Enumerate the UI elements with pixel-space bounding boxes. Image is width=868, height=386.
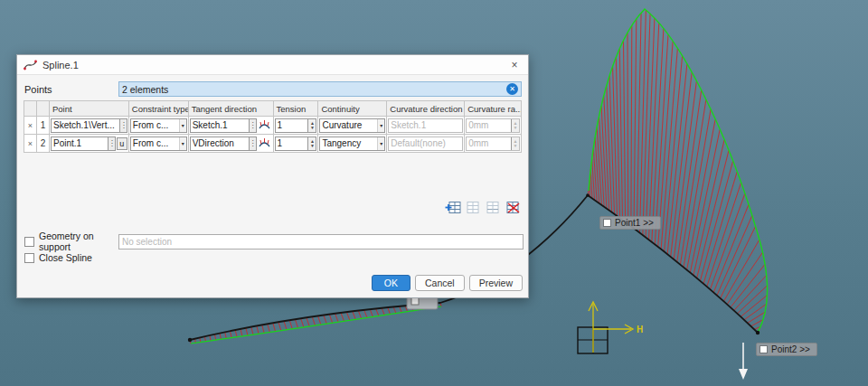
direction-arrow[interactable]: [739, 343, 748, 380]
tension-spinner[interactable]: ▲▼: [307, 119, 316, 132]
dialog-title: Spline.1: [42, 60, 79, 71]
chevron-down-icon[interactable]: ▾: [179, 137, 186, 150]
header-continuity: Continuity: [318, 101, 387, 117]
point1-marker[interactable]: [603, 219, 611, 227]
h-axis-label: H: [637, 325, 643, 334]
reverse-tangent-icon[interactable]: [257, 118, 272, 133]
remove-row-button[interactable]: ×: [25, 121, 35, 130]
points-selection-field[interactable]: 2 elements ✕: [118, 81, 522, 97]
tangent-direction-field[interactable]: Sketch.1 ⋮: [190, 118, 257, 133]
point2-label[interactable]: Point2 >>: [756, 343, 817, 356]
point-field[interactable]: Point.1 ⋮: [51, 137, 116, 151]
insert-point-icon[interactable]: [465, 200, 481, 214]
table-row: × 2 Point.1 ⋮ u From c... ▾: [24, 135, 522, 153]
header-num: [37, 101, 50, 117]
chevron-down-icon[interactable]: ▾: [179, 119, 186, 132]
close-icon[interactable]: ×: [507, 59, 522, 71]
point2-text: Point2 >>: [771, 344, 810, 354]
geometry-on-support-checkbox[interactable]: [24, 237, 34, 247]
spline-icon: [24, 60, 37, 71]
curvature-comb-bottom: [190, 303, 441, 344]
spline-dialog: Spline.1 × Points 2 elements ✕ Point Con…: [16, 54, 529, 298]
axis-indicator: H: [578, 302, 643, 353]
header-curvature-radius: Curvature ra...: [465, 101, 522, 117]
ok-button[interactable]: OK: [372, 275, 410, 291]
curvature-envelope-bottom: [191, 306, 441, 344]
app-root: H Point1 >> Point2 >> Spline.1 × Po: [0, 0, 868, 386]
tangent-direction-field[interactable]: VDirection ⋮: [190, 137, 257, 151]
close-spline-checkbox[interactable]: [24, 253, 34, 263]
point1-dot[interactable]: [586, 193, 590, 197]
clear-selection-icon[interactable]: ✕: [506, 83, 518, 95]
table-row: × 1 Sketch.1\Vert... ⋮ From c... ▾: [24, 117, 522, 135]
header-point: Point: [50, 101, 129, 117]
points-label: Points: [24, 84, 118, 95]
points-value: 2 elements: [122, 84, 168, 95]
tension-field[interactable]: 1 ▲▼: [275, 118, 317, 133]
point2-dot[interactable]: [756, 331, 760, 334]
tension-spinner[interactable]: ▲▼: [307, 137, 316, 150]
header-tangent-direction: Tangent direction: [189, 101, 274, 117]
point1-label[interactable]: Point1 >>: [599, 216, 661, 230]
points-table: Point Constraint type Tangent direction …: [24, 100, 522, 153]
table-action-icons: [445, 200, 521, 214]
header-constraint-type: Constraint type: [129, 101, 189, 117]
curve-endpoint-dot[interactable]: [188, 338, 192, 342]
radius-spinner: ▲▼: [511, 119, 519, 132]
geometry-on-support-value: No selection: [122, 237, 172, 247]
preview-button[interactable]: Preview: [469, 275, 523, 291]
replace-point-icon[interactable]: [485, 200, 501, 214]
continuity-select[interactable]: Curvature ▾: [319, 118, 385, 133]
constraint-type-select[interactable]: From c... ▾: [130, 118, 187, 133]
row-number: 2: [38, 138, 48, 148]
geometry-on-support-field[interactable]: No selection: [118, 234, 524, 249]
close-spline-label: Close Spline: [39, 252, 92, 263]
point1-text: Point1 >>: [615, 218, 654, 228]
drag-handle-icon[interactable]: ⋮: [119, 119, 127, 132]
chevron-down-icon[interactable]: ▾: [377, 119, 384, 132]
drag-handle-icon[interactable]: ⋮: [249, 119, 256, 132]
remove-point-icon[interactable]: [505, 200, 521, 214]
spline-curve-bottom[interactable]: [190, 303, 440, 340]
curvature-direction-field: Sketch.1: [388, 118, 463, 133]
point-extra-button[interactable]: u: [117, 137, 127, 150]
header-curvature-direction: Curvature direction: [387, 101, 465, 117]
add-point-icon[interactable]: [445, 200, 461, 214]
dialog-titlebar[interactable]: Spline.1 ×: [17, 55, 528, 75]
header-remove: [24, 101, 37, 117]
curvature-comb-main: [588, 10, 768, 333]
tension-field[interactable]: 1 ▲▼: [275, 137, 317, 151]
drag-handle-icon[interactable]: ⋮: [249, 137, 256, 150]
constraint-type-select[interactable]: From c... ▾: [130, 137, 187, 151]
point2-marker[interactable]: [760, 345, 768, 353]
chevron-down-icon[interactable]: ▾: [377, 137, 384, 150]
point-field[interactable]: Sketch.1\Vert... ⋮: [51, 118, 127, 133]
remove-row-button[interactable]: ×: [25, 139, 35, 148]
cancel-button[interactable]: Cancel: [415, 275, 465, 291]
drag-handle-icon[interactable]: ⋮: [108, 137, 115, 150]
reverse-tangent-icon[interactable]: [257, 136, 272, 151]
geometry-on-support-label: Geometry on support: [39, 231, 118, 252]
radius-spinner: ▲▼: [511, 137, 519, 150]
continuity-select[interactable]: Tangency ▾: [319, 137, 385, 151]
header-tension: Tension: [274, 101, 319, 117]
curvature-direction-field: Default(none): [388, 137, 463, 151]
curvature-radius-field: 0mm ▲▼: [466, 137, 520, 151]
table-header-row: Point Constraint type Tangent direction …: [24, 101, 522, 117]
curvature-radius-field: 0mm ▲▼: [466, 118, 520, 133]
row-number: 1: [38, 120, 48, 130]
